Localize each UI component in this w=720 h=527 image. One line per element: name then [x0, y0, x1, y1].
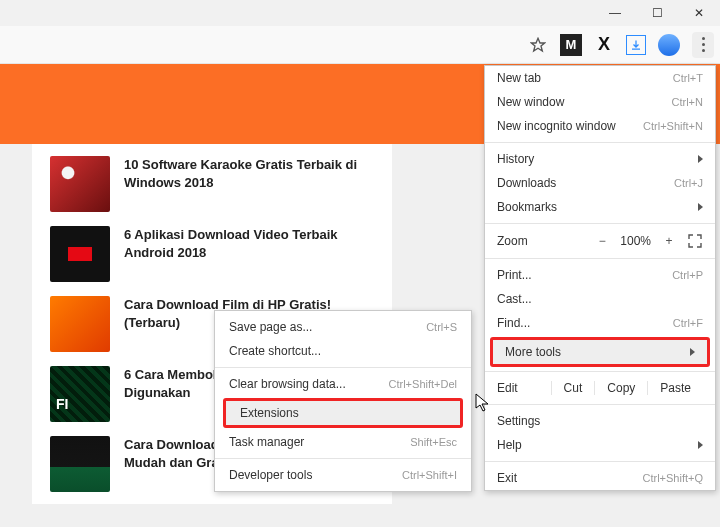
submenu-developer-tools[interactable]: Developer tools Ctrl+Shift+I [215, 463, 471, 487]
menu-label: Cast... [497, 292, 532, 306]
menu-shortcut: Ctrl+N [672, 96, 703, 108]
highlight-extensions: Extensions [223, 398, 463, 428]
highlight-more-tools: More tools [490, 337, 710, 367]
zoom-in-button[interactable]: + [663, 234, 675, 248]
article-title: 10 Software Karaoke Gratis Terbaik di Wi… [124, 156, 374, 192]
close-button[interactable]: ✕ [678, 0, 720, 26]
menu-label: Find... [497, 316, 530, 330]
menu-find[interactable]: Find... Ctrl+F [485, 311, 715, 335]
menu-shortcut: Ctrl+J [674, 177, 703, 189]
menu-label: New incognito window [497, 119, 616, 133]
chevron-right-icon [698, 441, 703, 449]
menu-label: Developer tools [229, 468, 312, 482]
copy-button[interactable]: Copy [594, 381, 647, 395]
menu-separator [215, 367, 471, 368]
menu-separator [485, 223, 715, 224]
avatar-icon[interactable] [658, 34, 680, 56]
menu-label: Clear browsing data... [229, 377, 346, 391]
window-controls: — ☐ ✕ [594, 0, 720, 26]
paste-button[interactable]: Paste [647, 381, 703, 395]
list-item[interactable]: 6 Aplikasi Download Video Terbaik Androi… [50, 226, 374, 282]
chevron-right-icon [698, 155, 703, 163]
menu-shortcut: Ctrl+T [673, 72, 703, 84]
menu-shortcut: Ctrl+P [672, 269, 703, 281]
menu-shortcut: Ctrl+Shift+I [402, 469, 457, 481]
menu-shortcut: Ctrl+S [426, 321, 457, 333]
more-tools-submenu: Save page as... Ctrl+S Create shortcut..… [214, 310, 472, 492]
download-icon[interactable] [626, 35, 646, 55]
article-thumbnail [50, 226, 110, 282]
menu-bookmarks[interactable]: Bookmarks [485, 195, 715, 219]
menu-edit-row: Edit Cut Copy Paste [485, 376, 715, 400]
menu-label: Save page as... [229, 320, 312, 334]
cut-button[interactable]: Cut [551, 381, 595, 395]
menu-icon[interactable] [692, 32, 714, 58]
submenu-task-manager[interactable]: Task manager Shift+Esc [215, 430, 471, 454]
article-title: 6 Aplikasi Download Video Terbaik Androi… [124, 226, 374, 262]
star-icon[interactable] [528, 35, 548, 55]
menu-label: Create shortcut... [229, 344, 321, 358]
menu-cast[interactable]: Cast... [485, 287, 715, 311]
submenu-clear-data[interactable]: Clear browsing data... Ctrl+Shift+Del [215, 372, 471, 396]
menu-downloads[interactable]: Downloads Ctrl+J [485, 171, 715, 195]
menu-new-window[interactable]: New window Ctrl+N [485, 90, 715, 114]
menu-new-tab[interactable]: New tab Ctrl+T [485, 66, 715, 90]
menu-shortcut: Ctrl+Shift+N [643, 120, 703, 132]
menu-label: More tools [505, 345, 561, 359]
menu-label: Task manager [229, 435, 304, 449]
extension-m-icon[interactable]: M [560, 34, 582, 56]
menu-more-tools[interactable]: More tools [493, 340, 707, 364]
menu-print[interactable]: Print... Ctrl+P [485, 263, 715, 287]
submenu-extensions[interactable]: Extensions [226, 401, 460, 425]
menu-separator [485, 404, 715, 405]
zoom-out-button[interactable]: − [596, 234, 608, 248]
menu-shortcut: Ctrl+F [673, 317, 703, 329]
menu-label: Print... [497, 268, 532, 282]
article-thumbnail [50, 436, 110, 492]
submenu-create-shortcut[interactable]: Create shortcut... [215, 339, 471, 363]
maximize-button[interactable]: ☐ [636, 0, 678, 26]
menu-exit[interactable]: Exit Ctrl+Shift+Q [485, 466, 715, 490]
chrome-main-menu: New tab Ctrl+T New window Ctrl+N New inc… [484, 65, 716, 491]
menu-separator [485, 142, 715, 143]
article-thumbnail [50, 296, 110, 352]
menu-separator [215, 458, 471, 459]
list-item[interactable]: 10 Software Karaoke Gratis Terbaik di Wi… [50, 156, 374, 212]
fullscreen-icon[interactable] [687, 233, 703, 249]
menu-label: New window [497, 95, 564, 109]
menu-help[interactable]: Help [485, 433, 715, 457]
menu-separator [485, 371, 715, 372]
browser-toolbar: M X [0, 26, 720, 64]
minimize-button[interactable]: — [594, 0, 636, 26]
chevron-right-icon [690, 348, 695, 356]
article-thumbnail [50, 366, 110, 422]
menu-separator [485, 258, 715, 259]
extension-x-icon[interactable]: X [594, 35, 614, 55]
chevron-right-icon [698, 203, 703, 211]
menu-settings[interactable]: Settings [485, 409, 715, 433]
menu-label: Downloads [497, 176, 556, 190]
zoom-value: 100% [620, 234, 651, 248]
menu-label: Extensions [240, 406, 299, 420]
menu-label: Settings [497, 414, 540, 428]
menu-label: Edit [497, 381, 518, 395]
menu-label: Bookmarks [497, 200, 557, 214]
svg-marker-0 [531, 38, 544, 51]
menu-label: Help [497, 438, 522, 452]
menu-zoom: Zoom − 100% + [485, 228, 715, 254]
menu-label: Exit [497, 471, 517, 485]
menu-shortcut: Ctrl+Shift+Q [642, 472, 703, 484]
menu-separator [485, 461, 715, 462]
menu-shortcut: Ctrl+Shift+Del [389, 378, 457, 390]
menu-label: New tab [497, 71, 541, 85]
article-thumbnail [50, 156, 110, 212]
menu-history[interactable]: History [485, 147, 715, 171]
menu-label: History [497, 152, 534, 166]
menu-label: Zoom [497, 234, 528, 248]
submenu-save-page[interactable]: Save page as... Ctrl+S [215, 315, 471, 339]
menu-shortcut: Shift+Esc [410, 436, 457, 448]
menu-incognito[interactable]: New incognito window Ctrl+Shift+N [485, 114, 715, 138]
